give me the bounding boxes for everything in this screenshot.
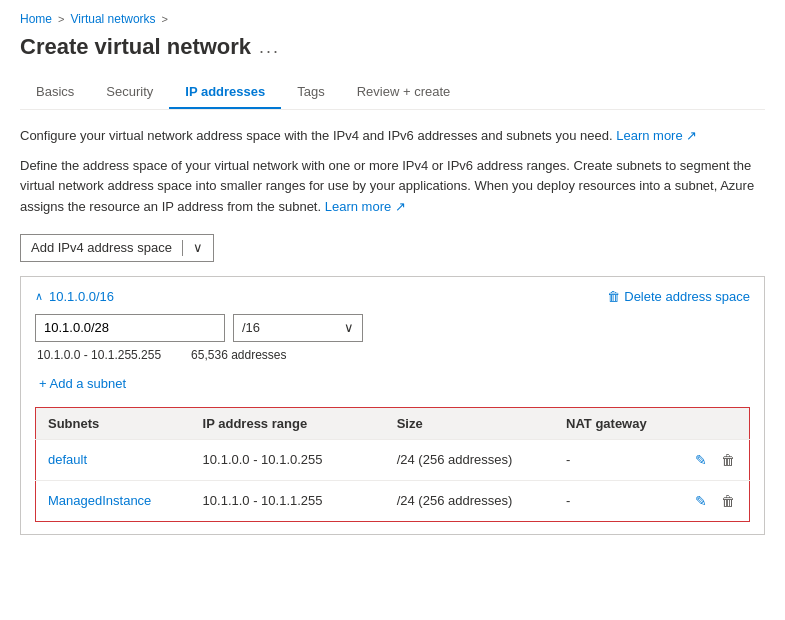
col-header-nat: NAT gateway (554, 407, 681, 439)
subnet-range-managed: 10.1.1.0 - 10.1.1.255 (191, 480, 385, 521)
delete-address-label: Delete address space (624, 289, 750, 304)
delete-subnet-managed-button[interactable]: 🗑 (719, 491, 737, 511)
table-row: ManagedInstance 10.1.1.0 - 10.1.1.255 /2… (36, 480, 750, 521)
tab-ip-addresses[interactable]: IP addresses (169, 76, 281, 109)
cidr-value: /16 (242, 320, 260, 335)
tab-review-create[interactable]: Review + create (341, 76, 467, 109)
info-text-content: Configure your virtual network address s… (20, 128, 613, 143)
subnet-name-default: default (36, 439, 191, 480)
address-count-text: 65,536 addresses (191, 348, 286, 362)
add-ipv4-label: Add IPv4 address space (31, 240, 172, 255)
col-header-size: Size (385, 407, 554, 439)
collapse-chevron-icon[interactable]: ∧ (35, 290, 43, 303)
subnet-size-managed: /24 (256 addresses) (385, 480, 554, 521)
subnet-link-default[interactable]: default (48, 452, 87, 467)
add-subnet-button[interactable]: + Add a subnet (35, 374, 130, 393)
address-inputs-row: /16 ∨ (35, 314, 750, 342)
delete-address-space-link[interactable]: 🗑 Delete address space (607, 289, 750, 304)
address-range-text: 10.1.0.0 - 10.1.255.255 (37, 348, 161, 362)
breadcrumb-home[interactable]: Home (20, 12, 52, 26)
cidr-chevron-icon: ∨ (344, 320, 354, 335)
subnet-actions-default: ✎ 🗑 (681, 439, 750, 480)
breadcrumb: Home > Virtual networks > (20, 12, 765, 26)
col-header-ip-range: IP address range (191, 407, 385, 439)
delete-trash-icon: 🗑 (607, 289, 620, 304)
breadcrumb-virtual-networks[interactable]: Virtual networks (70, 12, 155, 26)
page-container: Home > Virtual networks > Create virtual… (0, 0, 785, 547)
learn-more-link-2[interactable]: Learn more ↗ (325, 199, 406, 214)
subnet-nat-default: - (554, 439, 681, 480)
breadcrumb-sep-1: > (58, 13, 64, 25)
subnet-link-managed[interactable]: ManagedInstance (48, 493, 151, 508)
breadcrumb-sep-2: > (162, 13, 168, 25)
tab-tags[interactable]: Tags (281, 76, 340, 109)
page-title: Create virtual network (20, 34, 251, 60)
add-ipv4-button[interactable]: Add IPv4 address space ∨ (20, 234, 214, 262)
tab-basics[interactable]: Basics (20, 76, 90, 109)
table-header-row: Subnets IP address range Size NAT gatewa… (36, 407, 750, 439)
subnet-nat-managed: - (554, 480, 681, 521)
subnet-range-default: 10.1.0.0 - 10.1.0.255 (191, 439, 385, 480)
page-title-area: Create virtual network ... (20, 34, 765, 60)
cidr-dropdown[interactable]: /16 ∨ (233, 314, 363, 342)
more-options-button[interactable]: ... (259, 37, 280, 58)
col-header-actions (681, 407, 750, 439)
tab-security[interactable]: Security (90, 76, 169, 109)
delete-subnet-default-button[interactable]: 🗑 (719, 450, 737, 470)
action-icons-managed: ✎ 🗑 (693, 491, 737, 511)
add-ipv4-divider (182, 240, 183, 256)
address-range-info: 10.1.0.0 - 10.1.255.255 65,536 addresses (35, 348, 750, 362)
add-subnet-label: + Add a subnet (39, 376, 126, 391)
address-space-title: ∧ 10.1.0.0/16 (35, 289, 114, 304)
address-space-card: ∧ 10.1.0.0/16 🗑 Delete address space /16… (20, 276, 765, 535)
learn-more-link-1[interactable]: Learn more ↗ (616, 128, 697, 143)
address-space-value: 10.1.0.0/16 (49, 289, 114, 304)
add-ipv4-chevron: ∨ (193, 240, 203, 255)
info-text-line1: Configure your virtual network address s… (20, 126, 765, 146)
table-row: default 10.1.0.0 - 10.1.0.255 /24 (256 a… (36, 439, 750, 480)
address-input-field[interactable] (35, 314, 225, 342)
subnet-name-managed: ManagedInstance (36, 480, 191, 521)
info-block-text: Define the address space of your virtual… (20, 156, 765, 218)
subnet-size-default: /24 (256 addresses) (385, 439, 554, 480)
action-icons-default: ✎ 🗑 (693, 450, 737, 470)
edit-subnet-default-button[interactable]: ✎ (693, 450, 709, 470)
address-space-header: ∧ 10.1.0.0/16 🗑 Delete address space (35, 289, 750, 304)
subnet-actions-managed: ✎ 🗑 (681, 480, 750, 521)
edit-subnet-managed-button[interactable]: ✎ (693, 491, 709, 511)
col-header-subnets: Subnets (36, 407, 191, 439)
subnets-table: Subnets IP address range Size NAT gatewa… (35, 407, 750, 522)
tabs-container: Basics Security IP addresses Tags Review… (20, 76, 765, 110)
